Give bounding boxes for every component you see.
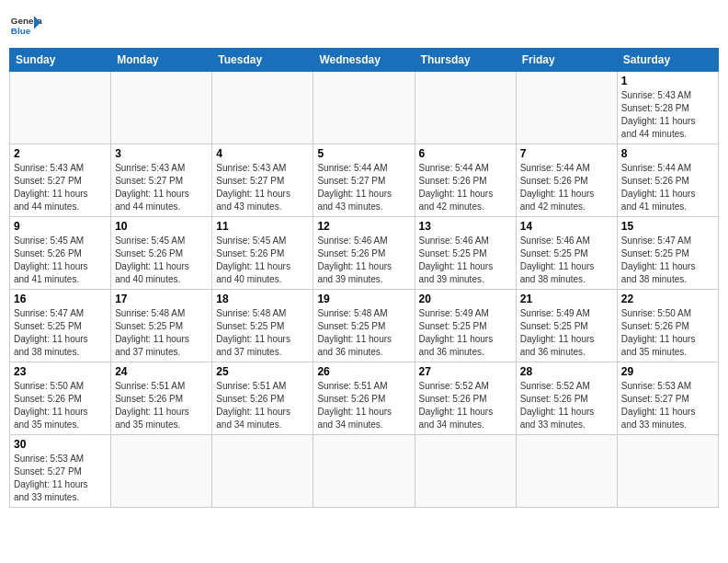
calendar-cell: 2Sunrise: 5:43 AM Sunset: 5:27 PM Daylig… <box>10 144 111 217</box>
calendar-cell: 15Sunrise: 5:47 AM Sunset: 5:25 PM Dayli… <box>617 217 718 290</box>
day-number: 18 <box>216 293 309 305</box>
day-number: 19 <box>317 293 410 305</box>
calendar-cell: 6Sunrise: 5:44 AM Sunset: 5:26 PM Daylig… <box>415 144 516 217</box>
weekday-header-tuesday: Tuesday <box>212 49 313 72</box>
day-number: 22 <box>621 293 714 305</box>
day-info: Sunrise: 5:47 AM Sunset: 5:25 PM Dayligh… <box>14 307 107 359</box>
calendar-week-4: 23Sunrise: 5:50 AM Sunset: 5:26 PM Dayli… <box>10 362 719 435</box>
calendar-cell: 29Sunrise: 5:53 AM Sunset: 5:27 PM Dayli… <box>617 362 718 435</box>
day-number: 21 <box>520 293 613 305</box>
calendar-cell <box>111 72 212 144</box>
calendar-table: SundayMondayTuesdayWednesdayThursdayFrid… <box>9 48 719 508</box>
day-info: Sunrise: 5:48 AM Sunset: 5:25 PM Dayligh… <box>216 307 309 359</box>
calendar-cell: 3Sunrise: 5:43 AM Sunset: 5:27 PM Daylig… <box>111 144 212 217</box>
day-info: Sunrise: 5:52 AM Sunset: 5:26 PM Dayligh… <box>520 380 613 431</box>
calendar-week-5: 30Sunrise: 5:53 AM Sunset: 5:27 PM Dayli… <box>10 435 719 508</box>
weekday-header-monday: Monday <box>111 49 212 72</box>
day-info: Sunrise: 5:50 AM Sunset: 5:26 PM Dayligh… <box>14 380 107 431</box>
calendar-cell: 28Sunrise: 5:52 AM Sunset: 5:26 PM Dayli… <box>516 362 617 435</box>
calendar-cell <box>313 72 415 144</box>
weekday-header-sunday: Sunday <box>10 49 111 72</box>
calendar-cell <box>313 435 415 508</box>
day-info: Sunrise: 5:50 AM Sunset: 5:26 PM Dayligh… <box>621 307 714 359</box>
weekday-row: SundayMondayTuesdayWednesdayThursdayFrid… <box>10 49 719 72</box>
calendar-cell: 25Sunrise: 5:51 AM Sunset: 5:26 PM Dayli… <box>212 362 313 435</box>
day-number: 11 <box>216 220 309 233</box>
day-info: Sunrise: 5:52 AM Sunset: 5:26 PM Dayligh… <box>419 380 512 431</box>
calendar-body: 1Sunrise: 5:43 AM Sunset: 5:28 PM Daylig… <box>10 72 719 508</box>
day-number: 14 <box>520 220 613 233</box>
day-number: 3 <box>115 147 208 160</box>
calendar-cell <box>10 72 111 144</box>
calendar-cell: 11Sunrise: 5:45 AM Sunset: 5:26 PM Dayli… <box>212 217 313 290</box>
day-info: Sunrise: 5:51 AM Sunset: 5:26 PM Dayligh… <box>115 380 208 431</box>
day-info: Sunrise: 5:49 AM Sunset: 5:25 PM Dayligh… <box>520 307 613 359</box>
day-info: Sunrise: 5:44 AM Sunset: 5:27 PM Dayligh… <box>317 162 410 213</box>
day-number: 8 <box>621 147 714 160</box>
calendar-cell: 14Sunrise: 5:46 AM Sunset: 5:25 PM Dayli… <box>516 217 617 290</box>
weekday-header-saturday: Saturday <box>617 49 718 72</box>
day-info: Sunrise: 5:45 AM Sunset: 5:26 PM Dayligh… <box>14 235 107 286</box>
weekday-header-wednesday: Wednesday <box>313 49 415 72</box>
day-number: 26 <box>317 365 410 378</box>
calendar-cell: 7Sunrise: 5:44 AM Sunset: 5:26 PM Daylig… <box>516 144 617 217</box>
calendar-cell: 5Sunrise: 5:44 AM Sunset: 5:27 PM Daylig… <box>313 144 415 217</box>
calendar-cell <box>617 435 718 508</box>
calendar-cell <box>415 435 516 508</box>
calendar-cell: 26Sunrise: 5:51 AM Sunset: 5:26 PM Dayli… <box>313 362 415 435</box>
calendar-cell <box>212 72 313 144</box>
day-number: 6 <box>419 147 512 160</box>
day-number: 4 <box>216 147 309 160</box>
calendar-cell: 12Sunrise: 5:46 AM Sunset: 5:26 PM Dayli… <box>313 217 415 290</box>
day-info: Sunrise: 5:46 AM Sunset: 5:25 PM Dayligh… <box>419 235 512 286</box>
calendar-cell: 18Sunrise: 5:48 AM Sunset: 5:25 PM Dayli… <box>212 290 313 362</box>
day-number: 16 <box>14 293 107 305</box>
day-info: Sunrise: 5:45 AM Sunset: 5:26 PM Dayligh… <box>216 235 309 286</box>
day-number: 1 <box>621 75 714 87</box>
svg-text:Blue: Blue <box>11 26 31 36</box>
calendar-week-1: 2Sunrise: 5:43 AM Sunset: 5:27 PM Daylig… <box>10 144 719 217</box>
day-number: 25 <box>216 365 309 378</box>
day-info: Sunrise: 5:53 AM Sunset: 5:27 PM Dayligh… <box>621 380 714 431</box>
calendar-cell: 22Sunrise: 5:50 AM Sunset: 5:26 PM Dayli… <box>617 290 718 362</box>
day-number: 12 <box>317 220 410 233</box>
day-number: 20 <box>419 293 512 305</box>
day-number: 2 <box>14 147 107 160</box>
day-number: 13 <box>419 220 512 233</box>
calendar-cell <box>516 72 617 144</box>
day-info: Sunrise: 5:47 AM Sunset: 5:25 PM Dayligh… <box>621 235 714 286</box>
day-number: 27 <box>419 365 512 378</box>
logo: General Blue <box>9 9 42 42</box>
day-info: Sunrise: 5:49 AM Sunset: 5:25 PM Dayligh… <box>419 307 512 359</box>
day-info: Sunrise: 5:46 AM Sunset: 5:26 PM Dayligh… <box>317 235 410 286</box>
day-number: 9 <box>14 220 107 233</box>
weekday-header-friday: Friday <box>516 49 617 72</box>
calendar-cell: 20Sunrise: 5:49 AM Sunset: 5:25 PM Dayli… <box>415 290 516 362</box>
day-info: Sunrise: 5:44 AM Sunset: 5:26 PM Dayligh… <box>520 162 613 213</box>
calendar-cell: 21Sunrise: 5:49 AM Sunset: 5:25 PM Dayli… <box>516 290 617 362</box>
calendar-cell: 30Sunrise: 5:53 AM Sunset: 5:27 PM Dayli… <box>10 435 111 508</box>
day-number: 29 <box>621 365 714 378</box>
day-number: 17 <box>115 293 208 305</box>
calendar-cell <box>212 435 313 508</box>
calendar-cell: 9Sunrise: 5:45 AM Sunset: 5:26 PM Daylig… <box>10 217 111 290</box>
calendar-cell <box>516 435 617 508</box>
calendar-cell: 27Sunrise: 5:52 AM Sunset: 5:26 PM Dayli… <box>415 362 516 435</box>
calendar-cell: 17Sunrise: 5:48 AM Sunset: 5:25 PM Dayli… <box>111 290 212 362</box>
day-info: Sunrise: 5:53 AM Sunset: 5:27 PM Dayligh… <box>14 453 107 504</box>
day-info: Sunrise: 5:46 AM Sunset: 5:25 PM Dayligh… <box>520 235 613 286</box>
day-number: 23 <box>14 365 107 378</box>
day-number: 10 <box>115 220 208 233</box>
day-info: Sunrise: 5:45 AM Sunset: 5:26 PM Dayligh… <box>115 235 208 286</box>
page-header: General Blue <box>9 9 719 42</box>
day-info: Sunrise: 5:44 AM Sunset: 5:26 PM Dayligh… <box>419 162 512 213</box>
calendar-cell: 19Sunrise: 5:48 AM Sunset: 5:25 PM Dayli… <box>313 290 415 362</box>
day-info: Sunrise: 5:43 AM Sunset: 5:27 PM Dayligh… <box>115 162 208 213</box>
calendar-week-2: 9Sunrise: 5:45 AM Sunset: 5:26 PM Daylig… <box>10 217 719 290</box>
day-info: Sunrise: 5:44 AM Sunset: 5:26 PM Dayligh… <box>621 162 714 213</box>
calendar-week-0: 1Sunrise: 5:43 AM Sunset: 5:28 PM Daylig… <box>10 72 719 144</box>
day-number: 24 <box>115 365 208 378</box>
weekday-header-thursday: Thursday <box>415 49 516 72</box>
day-number: 30 <box>14 438 107 451</box>
day-number: 7 <box>520 147 613 160</box>
